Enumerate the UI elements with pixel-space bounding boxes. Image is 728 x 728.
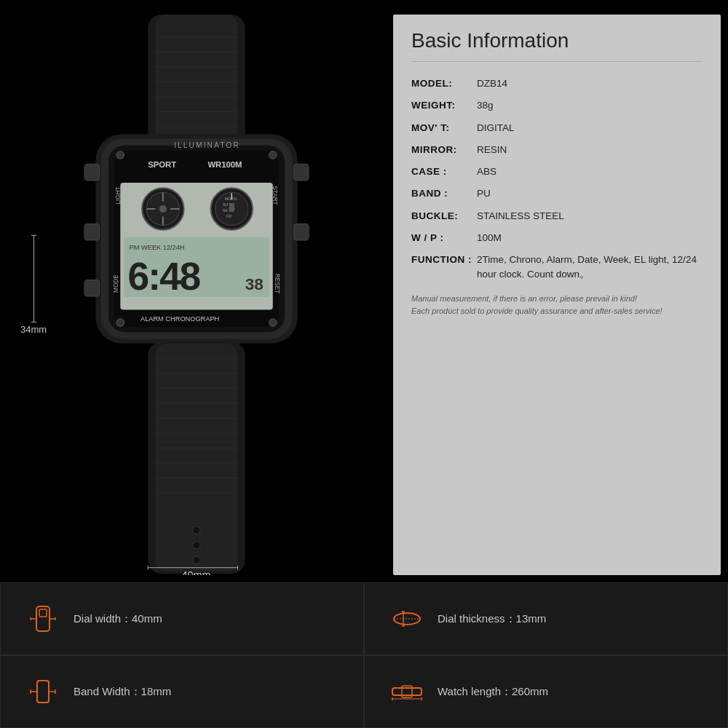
function-value: 2Time, Chrono, Alarm, Date, Week, EL lig… xyxy=(477,253,703,282)
svg-point-48 xyxy=(116,319,124,326)
svg-text:SPORT: SPORT xyxy=(148,160,176,169)
buckle-label: BUCKLE: xyxy=(411,209,477,223)
function-label: FUNCTION : xyxy=(411,253,477,282)
watch-length-label: Watch length： xyxy=(438,685,512,697)
band-label: BAND : xyxy=(411,186,477,201)
svg-text:FR: FR xyxy=(226,214,232,218)
svg-rect-43 xyxy=(84,280,100,296)
dial-thickness-icon xyxy=(387,599,427,639)
dial-thickness-text: Dial thickness：13mm xyxy=(438,612,546,626)
dial-width-icon xyxy=(23,599,63,639)
dimension-height-label: 34mm xyxy=(20,235,47,335)
svg-text:RESET: RESET xyxy=(274,274,280,293)
watch-length-icon xyxy=(387,672,427,712)
svg-point-65 xyxy=(193,556,200,563)
wp-value: 100M xyxy=(477,231,502,245)
svg-point-64 xyxy=(193,542,200,549)
svg-rect-52 xyxy=(156,344,238,571)
function-row: FUNCTION : 2Time, Chrono, Alarm, Date, W… xyxy=(411,253,703,282)
svg-text:LIGHT: LIGHT xyxy=(115,186,122,204)
svg-text:SU WE: SU WE xyxy=(223,202,235,207)
svg-text:WR100M: WR100M xyxy=(207,160,242,169)
wp-label: W / P : xyxy=(411,231,477,245)
svg-point-30 xyxy=(229,206,234,212)
spec-watch-length: Watch length：260mm xyxy=(364,655,728,728)
dial-thickness-label: Dial thickness： xyxy=(438,612,516,625)
movt-value: DIGITAL xyxy=(477,121,515,135)
specs-bar: Dial width：40mm Dial thickness：13mm xyxy=(0,582,728,728)
svg-text:6:48: 6:48 xyxy=(128,255,201,298)
svg-text:ILLUMINATOR: ILLUMINATOR xyxy=(174,141,240,149)
wp-row: W / P : 100M xyxy=(411,231,703,245)
svg-point-49 xyxy=(269,319,277,326)
svg-rect-86 xyxy=(392,688,422,695)
case-row: CASE : ABS xyxy=(411,165,703,179)
watch-length-text: Watch length：260mm xyxy=(438,685,548,699)
svg-rect-45 xyxy=(293,223,309,240)
buckle-value: STAINLESS STEEL xyxy=(477,209,564,223)
svg-text:40mm: 40mm xyxy=(181,569,210,575)
model-value: DZB14 xyxy=(477,76,507,91)
svg-rect-41 xyxy=(84,164,100,181)
note-line1: Manual measurement, if there is an error… xyxy=(411,293,703,306)
svg-rect-44 xyxy=(293,164,309,181)
svg-rect-42 xyxy=(84,223,100,240)
svg-rect-1 xyxy=(156,15,238,146)
band-value: PU xyxy=(477,186,491,201)
svg-rect-71 xyxy=(39,609,47,617)
note-line2: Each product sold to provide quality ass… xyxy=(411,305,703,318)
svg-point-63 xyxy=(193,526,200,534)
svg-point-47 xyxy=(269,151,277,159)
mirror-value: RESIN xyxy=(477,143,507,157)
buckle-row: BUCKLE: STAINLESS STEEL xyxy=(411,209,703,223)
info-note: Manual measurement, if there is an error… xyxy=(411,293,703,318)
dial-thickness-value: 13mm xyxy=(516,612,547,625)
mirror-row: MIRROR: RESIN xyxy=(411,143,703,157)
watch-length-value: 260mm xyxy=(512,685,548,697)
mirror-label: MIRROR: xyxy=(411,143,477,157)
model-label: MODEL: xyxy=(411,76,477,91)
svg-text:38: 38 xyxy=(245,275,264,293)
case-label: CASE : xyxy=(411,165,477,179)
dial-width-text: Dial width：40mm xyxy=(74,612,162,626)
svg-rect-70 xyxy=(36,606,50,631)
weight-value: 38g xyxy=(477,98,494,113)
svg-text:MODE: MODE xyxy=(113,274,119,293)
case-value: ABS xyxy=(477,165,496,179)
dial-width-label: Dial width： xyxy=(74,612,132,625)
info-title: Basic Information xyxy=(411,29,703,62)
band-width-label: Band Width： xyxy=(74,685,141,697)
spec-dial-width: Dial width：40mm xyxy=(0,582,364,655)
svg-point-22 xyxy=(159,205,167,213)
dial-width-value: 40mm xyxy=(132,612,162,625)
svg-text:ALARM    CHRONOGRAPH: ALARM CHRONOGRAPH xyxy=(141,315,219,323)
band-width-value: 18mm xyxy=(141,685,172,697)
band-width-text: Band Width：18mm xyxy=(74,685,171,699)
band-row: BAND : PU xyxy=(411,186,703,201)
weight-row: WEIGHT: 38g xyxy=(411,98,703,113)
svg-text:START: START xyxy=(272,186,278,205)
watch-illustration: SPORT WR100M MO TU SU WE SA TH FR LIGHT xyxy=(7,15,386,575)
band-width-icon xyxy=(23,672,63,712)
movt-label: MOV' T: xyxy=(411,121,477,135)
svg-text:MO TU: MO TU xyxy=(225,197,237,201)
watch-image-area: 34mm SPORT WR100M xyxy=(7,15,386,575)
svg-point-46 xyxy=(116,151,124,159)
spec-dial-thickness: Dial thickness：13mm xyxy=(364,582,728,655)
model-row: MODEL: DZB14 xyxy=(411,76,703,91)
svg-rect-81 xyxy=(37,681,49,703)
movt-row: MOV' T: DIGITAL xyxy=(411,121,703,135)
weight-label: WEIGHT: xyxy=(411,98,477,113)
svg-text:PM  WEEK  12/24H: PM WEEK 12/24H xyxy=(130,244,185,251)
info-panel: Basic Information MODEL: DZB14 WEIGHT: 3… xyxy=(393,15,721,575)
spec-band-width: Band Width：18mm xyxy=(0,655,364,728)
